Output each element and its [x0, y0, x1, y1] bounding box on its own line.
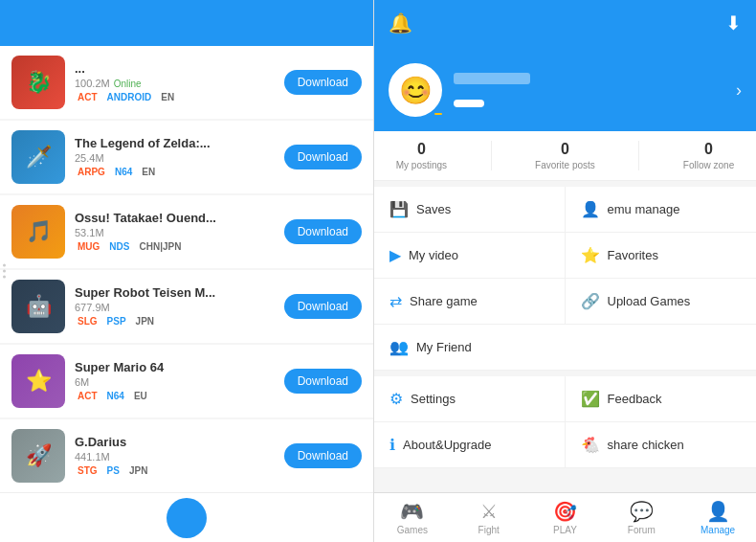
game-item: 🤖 Super Robot Teisen M... 677.9M SLGPSPJ…: [0, 270, 373, 343]
tag: CHN|JPN: [136, 240, 184, 253]
stat-item[interactable]: 0 Favorite posts: [535, 141, 595, 170]
profile-arrow-icon[interactable]: ›: [736, 80, 742, 101]
menu-item-upload-games[interactable]: 🔗Upload Games: [566, 279, 757, 325]
menu-item-share-game[interactable]: ⇄Share game: [374, 279, 566, 325]
online-badge: Online: [114, 79, 142, 89]
settings-item-feedback[interactable]: ✅Feedback: [566, 376, 757, 422]
game-tags: SLGPSPJPN: [75, 315, 284, 327]
settings-label: About&Upgrade: [403, 438, 492, 452]
game-size: 677.9M: [75, 302, 284, 313]
game-list: 🐉 ... 100.2MOnline ACTANDROIDEN Download…: [0, 46, 373, 492]
tag: EN: [139, 166, 158, 178]
nav-item-games[interactable]: 🎮 Games: [374, 500, 451, 535]
nav-label: PLAY: [553, 525, 577, 535]
nav-item-forum[interactable]: 💬 Forum: [603, 500, 679, 535]
game-thumb: 🗡️: [11, 130, 65, 184]
menu-label: My Friend: [416, 340, 472, 354]
stat-item[interactable]: 0 Follow zone: [683, 141, 734, 170]
game-tags: ACTN64EU: [75, 390, 284, 402]
game-size: 6M: [75, 376, 284, 388]
nav-item-manage[interactable]: 👤 Manage: [679, 500, 756, 535]
tag: ARPG: [75, 166, 108, 178]
settings-icon: ✅: [581, 390, 600, 408]
nav-item-fight[interactable]: ⚔ Fight: [451, 500, 527, 535]
download-icon[interactable]: ⬇: [725, 11, 742, 34]
game-name: G.Darius: [75, 435, 284, 449]
tag: N64: [112, 166, 135, 178]
settings-item-share-chicken[interactable]: 🐔share chicken: [566, 422, 757, 468]
menu-item-favorites[interactable]: ⭐Favorites: [566, 233, 757, 279]
stat-label: My postings: [396, 160, 447, 170]
right-top-bar: 🔔 ⬇: [374, 0, 756, 46]
settings-label: Feedback: [608, 392, 662, 406]
bottom-nav: 🎮 Games ⚔ Fight 🎯 PLAY 💬 Forum 👤 Manage: [374, 492, 756, 542]
game-thumb: 🤖: [11, 280, 65, 333]
settings-label: share chicken: [608, 438, 684, 452]
tag: JPN: [133, 315, 157, 327]
download-button[interactable]: Download: [284, 369, 362, 394]
menu-label: Upload Games: [608, 294, 691, 308]
tag: N64: [104, 390, 127, 402]
left-panel: 🐉 ... 100.2MOnline ACTANDROIDEN Download…: [0, 0, 373, 542]
menu-item-my-video[interactable]: ▶My video: [374, 233, 566, 279]
settings-item-aboutupgrade[interactable]: ℹAbout&Upgrade: [374, 422, 566, 468]
nav-item-play[interactable]: 🎯 PLAY: [527, 500, 604, 535]
level-badge: [434, 113, 442, 115]
settings-item-settings[interactable]: ⚙Settings: [374, 376, 566, 422]
stat-label: Favorite posts: [535, 160, 595, 170]
menu-item-saves[interactable]: 💾Saves: [374, 187, 566, 233]
download-button[interactable]: Download: [284, 443, 362, 468]
sign-in-button[interactable]: [454, 100, 484, 107]
notification-icon[interactable]: 🔔: [389, 11, 412, 34]
tag: STG: [75, 464, 100, 477]
nav-label: Manage: [700, 525, 735, 535]
game-name: Super Robot Teisen M...: [75, 285, 284, 300]
download-button[interactable]: Download: [284, 219, 362, 244]
menu-label: emu manage: [608, 202, 680, 216]
menu-grid: 💾Saves👤emu manage▶My video⭐Favorites⇄Sha…: [374, 187, 756, 371]
tag: JPN: [126, 464, 150, 477]
stats-row: 0 My postings 0 Favorite posts 0 Follow …: [374, 131, 756, 181]
menu-label: Favorites: [608, 248, 658, 262]
menu-item-emu-manage[interactable]: 👤emu manage: [566, 187, 757, 233]
stat-num: 0: [683, 141, 734, 158]
game-info: Super Mario 64 6M ACTN64EU: [75, 360, 284, 402]
grid-icon-button[interactable]: [167, 498, 207, 538]
game-thumb: 🚀: [11, 429, 65, 483]
stat-item[interactable]: 0 My postings: [396, 141, 447, 170]
menu-icon: 💾: [389, 200, 409, 218]
menu-icon: ⭐: [581, 246, 600, 264]
nav-label: Fight: [478, 525, 500, 535]
game-item: 🎵 Ossu! Tatakae! Ouend... 53.1M MUGNDSCH…: [0, 195, 373, 268]
download-button[interactable]: Download: [284, 145, 362, 169]
settings-icon: ⚙: [389, 390, 403, 408]
tag: ACT: [75, 91, 100, 103]
login-bar: [374, 46, 756, 54]
game-info: Super Robot Teisen M... 677.9M SLGPSPJPN: [75, 285, 284, 327]
game-name: The Legend of Zelda:...: [75, 136, 284, 150]
menu-item-my-friend[interactable]: 👥My Friend: [374, 325, 756, 371]
game-tags: MUGNDSCHN|JPN: [75, 240, 284, 253]
nav-label: Games: [397, 525, 428, 535]
tag: EU: [131, 390, 150, 402]
settings-icon: ℹ: [389, 436, 395, 454]
avatar: 😊: [389, 63, 442, 117]
game-info: G.Darius 441.1M STGPSJPN: [75, 435, 284, 477]
tag: ANDROID: [104, 91, 155, 103]
game-info: The Legend of Zelda:... 25.4M ARPGN64EN: [75, 136, 284, 178]
game-thumb: 🎵: [11, 205, 65, 259]
nav-icon: 👤: [706, 500, 730, 523]
settings-icon: 🐔: [581, 436, 600, 454]
game-item: 🗡️ The Legend of Zelda:... 25.4M ARPGN64…: [0, 121, 373, 193]
tag: PSP: [104, 315, 129, 327]
stat-num: 0: [396, 141, 447, 158]
tag: EN: [158, 91, 177, 103]
game-name: Ossu! Tatakae! Ouend...: [75, 211, 284, 225]
download-button[interactable]: Download: [284, 70, 362, 95]
stat-label: Follow zone: [683, 160, 734, 170]
download-button[interactable]: Download: [284, 294, 362, 319]
settings-label: Settings: [411, 392, 456, 406]
game-thumb: ⭐: [11, 354, 65, 408]
menu-icon: 🔗: [581, 292, 600, 310]
game-size: 441.1M: [75, 451, 284, 463]
